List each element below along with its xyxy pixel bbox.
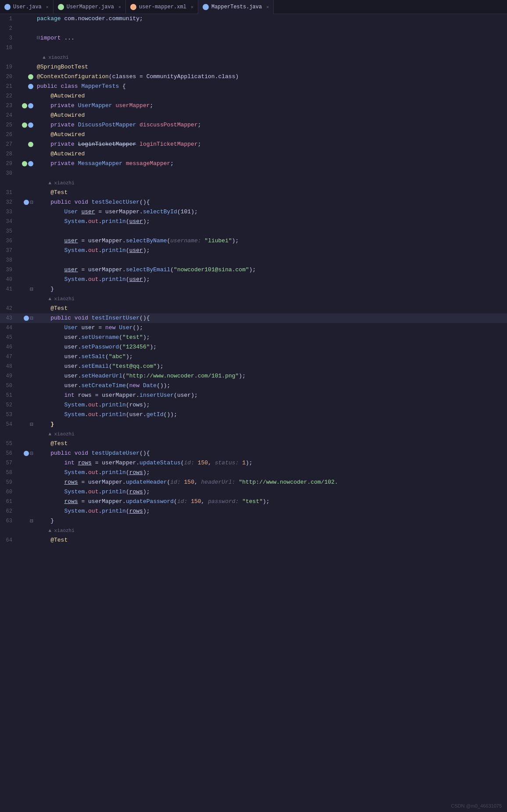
code-line-51: int rows = userMapper.insertUser(user); [35, 391, 507, 400]
tab-user-java[interactable]: User.java ✕ [0, 0, 54, 14]
code-line-25: private DiscussPostMapper discussPostMap… [35, 120, 507, 130]
fold-43[interactable]: ⊟ [30, 315, 33, 322]
tab-usermapper-java[interactable]: UserMapper.java ✕ [54, 0, 126, 14]
line-icons-29 [18, 159, 35, 169]
tab-icon-usermapper-java [58, 4, 64, 10]
line-num-29: 29 [0, 159, 18, 169]
tab-close-mappertests-java[interactable]: ✕ [266, 4, 269, 10]
line-25: 25 private DiscussPostMapper discussPost… [0, 120, 507, 130]
tab-close-usermapper-java[interactable]: ✕ [118, 4, 121, 10]
line-icons-author-19 [18, 53, 35, 62]
code-line-35 [35, 226, 507, 236]
code-line-22: @Autowired [35, 91, 507, 101]
code-line-58: System.out.println(rows); [35, 468, 507, 478]
line-icons-47 [18, 352, 35, 362]
line-icons-41: ⊟ [18, 284, 35, 294]
line-num-48: 48 [0, 362, 18, 371]
line-23: 23 private UserMapper userMapper; [0, 101, 507, 111]
line-53: 53 System.out.println(user.getId()); [0, 410, 507, 420]
line-icons-63: ⊟ [18, 516, 35, 526]
line-num-61: 61 [0, 497, 18, 507]
line-num-25: 25 [0, 120, 18, 130]
line-49: 49 user.setHeaderUrl("http://www.nowcode… [0, 371, 507, 381]
icon-green-29 [22, 161, 27, 166]
author-comment-64: ▲ xiaozhi [0, 526, 507, 535]
line-num-59: 59 [0, 478, 18, 487]
tab-user-mapper-xml[interactable]: user-mapper.xml ✕ [126, 0, 198, 14]
line-icons-32: ⊟ [18, 198, 35, 207]
code-line-21: public class MapperTests { [35, 82, 507, 91]
line-num-22: 22 [0, 91, 18, 101]
code-line-49: user.setHeaderUrl("http://www.nowcoder.c… [35, 371, 507, 381]
code-line-24: @Autowired [35, 111, 507, 120]
line-icons-26 [18, 130, 35, 140]
line-num-author-19 [0, 53, 18, 62]
line-37: 37 System.out.println(user); [0, 246, 507, 255]
icon-blue-32 [24, 200, 29, 205]
code-line-3: ⊟import ... [35, 33, 507, 43]
fold-56[interactable]: ⊟ [30, 450, 33, 457]
line-num-21: 21 [0, 82, 18, 91]
icon-blue-43 [24, 316, 29, 321]
code-line-47: user.setSalt("abc"); [35, 352, 507, 362]
code-line-42: @Test [35, 304, 507, 313]
code-line-34: System.out.println(user); [35, 217, 507, 226]
line-num-56: 56 [0, 449, 18, 458]
tab-close-user-mapper-xml[interactable]: ✕ [191, 4, 193, 10]
line-num-24: 24 [0, 111, 18, 120]
code-line-61: rows = userMapper.updatePassword(id: 150… [35, 497, 507, 507]
line-num-18: 18 [0, 43, 18, 53]
line-num-author-64 [0, 526, 18, 535]
code-editor: 1 package com.nowcoder.community; 2 3 ⊟i… [0, 14, 507, 545]
line-45: 45 user.setUsername("test"); [0, 333, 507, 342]
fold-54[interactable]: ⊟ [30, 421, 33, 428]
fold-41[interactable]: ⊟ [30, 286, 33, 293]
line-26: 26 @Autowired [0, 130, 507, 140]
icon-blue-25 [28, 122, 33, 128]
code-line-59: rows = userMapper.updateHeader(id: 150, … [35, 478, 507, 487]
line-icons-46 [18, 342, 35, 352]
line-33: 33 User user = userMapper.selectById(101… [0, 207, 507, 217]
fold-32[interactable]: ⊟ [30, 199, 33, 206]
line-num-26: 26 [0, 130, 18, 140]
code-line-37: System.out.println(user); [35, 246, 507, 255]
line-num-43: 43 [0, 313, 18, 323]
line-num-51: 51 [0, 391, 18, 400]
line-28: 28 @Autowired [0, 149, 507, 159]
line-icons-28 [18, 149, 35, 159]
code-line-53: System.out.println(user.getId()); [35, 410, 507, 420]
line-num-57: 57 [0, 458, 18, 468]
author-comment-55: ▲ xiaozhi [0, 429, 507, 439]
line-num-63: 63 [0, 516, 18, 526]
line-num-55: 55 [0, 439, 18, 449]
author-comment-42: ▲ xiaozhi [0, 294, 507, 304]
line-num-46: 46 [0, 342, 18, 352]
code-line-31: @Test [35, 188, 507, 198]
tab-close-user-java[interactable]: ✕ [46, 4, 49, 10]
line-icons-49 [18, 371, 35, 381]
line-icons-60 [18, 487, 35, 497]
line-num-2: 2 [0, 24, 18, 33]
line-icons-21 [18, 82, 35, 91]
line-icons-18 [18, 43, 35, 53]
line-27: 27 private LoginTicketMapper loginTicket… [0, 140, 507, 149]
line-1: 1 package com.nowcoder.community; [0, 14, 507, 24]
line-63: 63 ⊟ } [0, 516, 507, 526]
line-icons-54: ⊟ [18, 420, 35, 429]
code-line-40: System.out.println(user); [35, 275, 507, 284]
icon-blue-23 [28, 103, 33, 108]
line-19: 19 @SpringBootTest [0, 62, 507, 72]
line-icons-56: ⊟ [18, 449, 35, 458]
code-line-18 [35, 43, 507, 53]
line-num-64: 64 [0, 535, 18, 545]
line-22: 22 @Autowired [0, 91, 507, 101]
code-line-55: @Test [35, 439, 507, 449]
code-line-1: package com.nowcoder.community; [35, 14, 507, 24]
tab-mappertests-java[interactable]: MapperTests.java ✕ [198, 0, 274, 14]
code-line-32: public void testSelectUser(){ [35, 198, 507, 207]
code-line-28: @Autowired [35, 149, 507, 159]
line-39: 39 user = userMapper.selectByEmail("nowc… [0, 265, 507, 275]
fold-63[interactable]: ⊟ [30, 517, 33, 525]
line-icons-19 [18, 62, 35, 72]
icon-green-25 [22, 122, 27, 128]
